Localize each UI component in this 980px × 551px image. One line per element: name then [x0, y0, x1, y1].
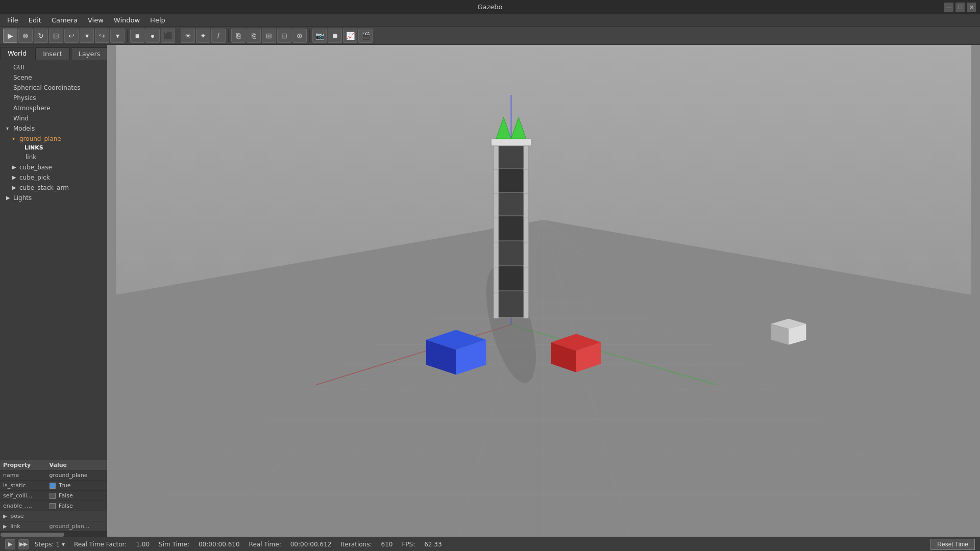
models-arrow: ▾ [6, 124, 11, 133]
menu-camera[interactable]: Camera [46, 15, 83, 25]
directional-light-button[interactable]: / [211, 29, 226, 43]
video-button[interactable]: 🎬 [358, 29, 373, 43]
prop-link-key[interactable]: ▶ link [0, 521, 46, 532]
prop-selfcoll-value[interactable]: False [46, 491, 107, 501]
left-scrollbar-thumb[interactable] [1, 533, 64, 537]
sphere-tool-button[interactable]: ● [145, 29, 160, 43]
menu-edit[interactable]: Edit [23, 15, 46, 25]
measure-button[interactable]: ⊕ [292, 29, 307, 43]
tree-item-ground-plane[interactable]: ▾ ground_plane [0, 134, 107, 144]
prop-enable-value[interactable]: False [46, 501, 107, 511]
tree-item-wind[interactable]: Wind [0, 113, 107, 123]
physics-label: Physics [13, 93, 36, 103]
tree-area[interactable]: GUI Scene Spherical Coordinates Physics … [0, 60, 107, 460]
svg-rect-41 [494, 143, 499, 170]
svg-rect-29 [494, 238, 499, 267]
cube-pick-label: cube_pick [19, 173, 50, 182]
arm-module-top [491, 139, 531, 146]
tree-item-lights[interactable]: ▶ Lights [0, 193, 107, 203]
tab-layers[interactable]: Layers [71, 47, 107, 60]
tab-world[interactable]: World [0, 47, 34, 60]
viewport[interactable] [107, 45, 980, 537]
svg-rect-39 [524, 166, 529, 194]
record-button[interactable]: ⏺ [328, 29, 342, 43]
prop-name-value[interactable]: ground_plane [46, 470, 107, 481]
tree-item-cube-pick[interactable]: ▶ cube_pick [0, 172, 107, 183]
tree-item-atmosphere[interactable]: Atmosphere [0, 103, 107, 113]
lights-arrow: ▶ [6, 193, 11, 203]
prop-header-value: Value [46, 460, 107, 470]
cube-base-arrow: ▶ [12, 163, 17, 172]
properties-table: Property Value name ground_plane is_stat… [0, 460, 107, 532]
translate-tool-button[interactable]: ⊛ [18, 29, 33, 43]
arm-module-3 [494, 166, 529, 194]
steps-label: Steps: 1 ▾ [32, 541, 68, 548]
scene-label: Scene [13, 73, 32, 82]
rotate-tool-button[interactable]: ↻ [34, 29, 48, 43]
tree-links-header: LINKS [0, 144, 107, 152]
menu-window[interactable]: Window [109, 15, 145, 25]
prop-row-pose[interactable]: ▶ pose [0, 511, 107, 521]
arm-module-8 [494, 288, 529, 318]
cube-stack-arm-arrow: ▶ [12, 183, 17, 192]
tab-insert[interactable]: Insert [35, 47, 69, 60]
copy-button[interactable]: ⎘ [231, 29, 246, 43]
spot-light-button[interactable]: ✦ [196, 29, 210, 43]
redo-button[interactable]: ↪ [95, 29, 109, 43]
tree-item-cube-stack-arm[interactable]: ▶ cube_stack_arm [0, 183, 107, 193]
tree-item-link[interactable]: link [0, 152, 107, 162]
redo-arrow-button[interactable]: ▾ [110, 29, 125, 43]
box-tool-button[interactable]: ■ [130, 29, 144, 43]
steps-dropdown[interactable]: 1 ▾ [56, 541, 64, 548]
tree-item-scene[interactable]: Scene [0, 72, 107, 83]
cylinder-tool-button[interactable]: ⬛ [161, 29, 175, 43]
svg-rect-23 [494, 288, 499, 318]
svg-rect-40 [496, 145, 526, 168]
realtime-factor-value: 1.00 [133, 541, 153, 548]
plot-button[interactable]: 📈 [343, 29, 357, 43]
svg-rect-43 [491, 139, 531, 146]
menu-view[interactable]: View [83, 15, 109, 25]
snap-button[interactable]: ⊟ [277, 29, 291, 43]
screenshot-button[interactable]: 📷 [312, 29, 327, 43]
reset-time-button[interactable]: Reset Time [930, 539, 975, 550]
align-button[interactable]: ⊞ [262, 29, 276, 43]
menu-file[interactable]: File [2, 15, 23, 25]
tree-item-models[interactable]: ▾ Models [0, 123, 107, 134]
left-panel-scrollbar[interactable] [0, 532, 107, 537]
tree-item-spherical-coords[interactable]: Spherical Coordinates [0, 83, 107, 93]
svg-rect-22 [496, 290, 526, 317]
menu-help[interactable]: Help [145, 15, 170, 25]
undo-button[interactable]: ↩ [64, 29, 79, 43]
step-button[interactable]: ▶▶ [18, 539, 29, 549]
paste-button[interactable]: ⎗ [247, 29, 261, 43]
tree-item-gui[interactable]: GUI [0, 62, 107, 72]
undo-arrow-button[interactable]: ▾ [80, 29, 94, 43]
sim-time-label: Sim Time: [156, 541, 192, 548]
arm-module-6 [494, 238, 529, 267]
tree-item-physics[interactable]: Physics [0, 93, 107, 103]
svg-rect-24 [524, 288, 529, 318]
play-button[interactable]: ▶ [5, 539, 15, 549]
tree-item-cube-base[interactable]: ▶ cube_base [0, 162, 107, 172]
prop-row-link[interactable]: ▶ link ground_plan... [0, 521, 107, 532]
select-tool-button[interactable]: ▶ [3, 29, 17, 43]
is-static-checkbox[interactable] [50, 483, 56, 489]
ground-plane-arrow: ▾ [12, 134, 17, 143]
scale-tool-button[interactable]: ⊡ [49, 29, 63, 43]
tab-bar: World Insert Layers [0, 45, 107, 60]
close-button[interactable]: ✕ [967, 3, 976, 12]
cube-stack-arm-label: cube_stack_arm [19, 183, 69, 192]
point-light-button[interactable]: ☀ [181, 29, 195, 43]
prop-row-enable: enable_.... False [0, 501, 107, 511]
prop-pose-cell[interactable]: ▶ pose [0, 511, 107, 521]
maximize-button[interactable]: □ [955, 3, 965, 12]
minimize-button[interactable]: — [944, 3, 953, 12]
spherical-label: Spherical Coordinates [13, 83, 81, 92]
prop-isstatic-value[interactable]: True [46, 481, 107, 491]
white-cube [771, 319, 806, 345]
enable-checkbox[interactable] [50, 503, 56, 509]
arm-module-7 [494, 263, 529, 292]
self-coll-checkbox[interactable] [50, 493, 56, 499]
arm-module-4 [494, 189, 529, 217]
